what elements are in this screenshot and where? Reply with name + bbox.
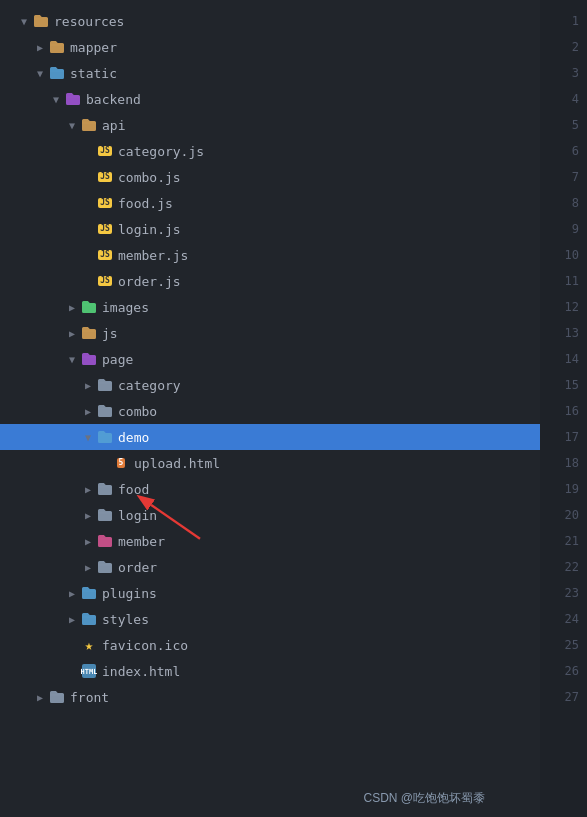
tree-item-category-js[interactable]: JScategory.js	[0, 138, 540, 164]
tree-item-mapper[interactable]: mapper	[0, 34, 540, 60]
icon-page	[80, 350, 98, 368]
file-tree: resources mapper static backend apiJScat…	[0, 0, 540, 817]
label-images: images	[102, 300, 532, 315]
arrow-demo[interactable]	[80, 429, 96, 445]
icon-mapper	[48, 38, 66, 56]
arrow-js[interactable]	[64, 325, 80, 341]
line-num-5: 6	[572, 138, 579, 164]
arrow-index-html[interactable]	[64, 663, 80, 679]
tree-item-js[interactable]: js	[0, 320, 540, 346]
arrow-favicon-ico[interactable]	[64, 637, 80, 653]
label-plugins: plugins	[102, 586, 532, 601]
arrow-mapper[interactable]	[32, 39, 48, 55]
tree-item-plugins[interactable]: plugins	[0, 580, 540, 606]
line-num-8: 9	[572, 216, 579, 242]
arrow-resources[interactable]	[16, 13, 32, 29]
line-num-17: 18	[565, 450, 579, 476]
label-mapper: mapper	[70, 40, 532, 55]
line-num-14: 15	[565, 372, 579, 398]
line-num-18: 19	[565, 476, 579, 502]
tree-item-resources[interactable]: resources	[0, 8, 540, 34]
icon-login	[96, 506, 114, 524]
tree-item-combo[interactable]: combo	[0, 398, 540, 424]
tree-item-upload-html[interactable]: 5upload.html	[0, 450, 540, 476]
line-num-2: 3	[572, 60, 579, 86]
icon-order	[96, 558, 114, 576]
tree-item-static[interactable]: static	[0, 60, 540, 86]
tree-item-food[interactable]: food	[0, 476, 540, 502]
tree-item-backend[interactable]: backend	[0, 86, 540, 112]
icon-images	[80, 298, 98, 316]
tree-item-api[interactable]: api	[0, 112, 540, 138]
arrow-upload-html[interactable]	[96, 455, 112, 471]
tree-item-order[interactable]: order	[0, 554, 540, 580]
line-num-4: 5	[572, 112, 579, 138]
icon-static	[48, 64, 66, 82]
label-backend: backend	[86, 92, 532, 107]
line-num-1: 2	[572, 34, 579, 60]
line-num-26: 27	[565, 684, 579, 710]
icon-combo-js: JS	[96, 168, 114, 186]
label-login: login	[118, 508, 532, 523]
line-num-23: 24	[565, 606, 579, 632]
arrow-order-js[interactable]	[80, 273, 96, 289]
arrow-plugins[interactable]	[64, 585, 80, 601]
tree-item-member-js[interactable]: JSmember.js	[0, 242, 540, 268]
line-num-19: 20	[565, 502, 579, 528]
tree-item-images[interactable]: images	[0, 294, 540, 320]
arrow-front[interactable]	[32, 689, 48, 705]
label-category-js: category.js	[118, 144, 532, 159]
icon-combo	[96, 402, 114, 420]
arrow-styles[interactable]	[64, 611, 80, 627]
arrow-backend[interactable]	[48, 91, 64, 107]
line-num-9: 10	[565, 242, 579, 268]
icon-favicon-ico: ★	[80, 636, 98, 654]
tree-item-styles[interactable]: styles	[0, 606, 540, 632]
tree-item-demo[interactable]: demo	[0, 424, 540, 450]
arrow-member-js[interactable]	[80, 247, 96, 263]
arrow-api[interactable]	[64, 117, 80, 133]
icon-js	[80, 324, 98, 342]
icon-upload-html: 5	[112, 454, 130, 472]
arrow-login[interactable]	[80, 507, 96, 523]
line-num-25: 26	[565, 658, 579, 684]
arrow-combo-js[interactable]	[80, 169, 96, 185]
tree-item-page[interactable]: page	[0, 346, 540, 372]
arrow-static[interactable]	[32, 65, 48, 81]
label-upload-html: upload.html	[134, 456, 532, 471]
label-api: api	[102, 118, 532, 133]
arrow-food-js[interactable]	[80, 195, 96, 211]
tree-item-member[interactable]: member	[0, 528, 540, 554]
label-food-js: food.js	[118, 196, 532, 211]
label-member-js: member.js	[118, 248, 532, 263]
arrow-category[interactable]	[80, 377, 96, 393]
label-resources: resources	[54, 14, 532, 29]
tree-item-food-js[interactable]: JSfood.js	[0, 190, 540, 216]
tree-item-category[interactable]: category	[0, 372, 540, 398]
line-num-10: 11	[565, 268, 579, 294]
label-order: order	[118, 560, 532, 575]
line-num-11: 12	[565, 294, 579, 320]
tree-item-front[interactable]: front	[0, 684, 540, 710]
arrow-page[interactable]	[64, 351, 80, 367]
icon-front	[48, 688, 66, 706]
icon-category-js: JS	[96, 142, 114, 160]
arrow-category-js[interactable]	[80, 143, 96, 159]
line-num-13: 14	[565, 346, 579, 372]
arrow-order[interactable]	[80, 559, 96, 575]
tree-item-favicon-ico[interactable]: ★favicon.ico	[0, 632, 540, 658]
icon-member	[96, 532, 114, 550]
tree-item-combo-js[interactable]: JScombo.js	[0, 164, 540, 190]
arrow-images[interactable]	[64, 299, 80, 315]
arrow-combo[interactable]	[80, 403, 96, 419]
label-combo: combo	[118, 404, 532, 419]
tree-item-login-js[interactable]: JSlogin.js	[0, 216, 540, 242]
tree-item-order-js[interactable]: JSorder.js	[0, 268, 540, 294]
arrow-member[interactable]	[80, 533, 96, 549]
arrow-food[interactable]	[80, 481, 96, 497]
tree-item-login[interactable]: login	[0, 502, 540, 528]
icon-login-js: JS	[96, 220, 114, 238]
label-combo-js: combo.js	[118, 170, 532, 185]
tree-item-index-html[interactable]: HTML index.html	[0, 658, 540, 684]
arrow-login-js[interactable]	[80, 221, 96, 237]
